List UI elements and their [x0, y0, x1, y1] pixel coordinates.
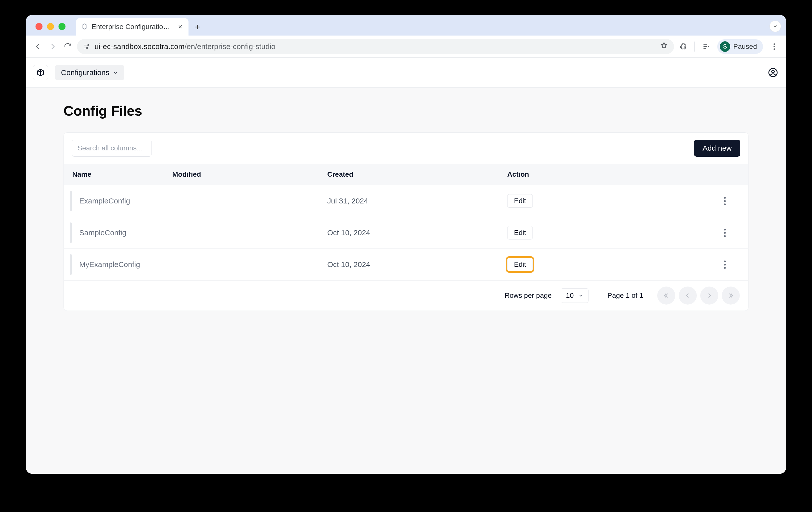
- cell-action: Edit: [507, 194, 710, 208]
- tab-title: Enterprise Configuration Stud…: [91, 23, 174, 31]
- more-vertical-icon: [721, 197, 728, 205]
- page-info: Page 1 of 1: [608, 292, 643, 300]
- row-more-button[interactable]: [710, 261, 740, 269]
- cell-name: MyExampleConfig: [72, 260, 172, 269]
- reload-button[interactable]: [62, 41, 74, 52]
- tabs-overflow-button[interactable]: [770, 21, 781, 32]
- tab-close-button[interactable]: [177, 24, 183, 30]
- profile-status-pill[interactable]: S Paused: [717, 39, 763, 54]
- svg-point-1: [87, 47, 88, 49]
- first-page-button[interactable]: [657, 287, 675, 304]
- next-page-button[interactable]: [700, 287, 718, 304]
- pager: [657, 287, 740, 304]
- app-root: Configurations Config Files Add new Name…: [26, 58, 786, 474]
- url-host: ui-ec-sandbox.socotra.com: [94, 42, 184, 51]
- configurations-menu-label: Configurations: [61, 68, 109, 77]
- tab-strip: Enterprise Configuration Stud…: [26, 15, 786, 35]
- table-header: Name Modified Created Action: [64, 164, 748, 185]
- browser-toolbar: ui-ec-sandbox.socotra.com/en/enterprise-…: [26, 35, 786, 58]
- config-table-card: Add new Name Modified Created Action Exa…: [63, 132, 749, 311]
- cell-action: Edit: [507, 258, 710, 271]
- svg-point-4: [774, 48, 775, 50]
- cell-created: Jul 31, 2024: [327, 197, 507, 205]
- table-row: SampleConfigOct 10, 2024Edit: [64, 217, 748, 249]
- app-logo[interactable]: [33, 65, 48, 80]
- table-footer: Rows per page 10 Page 1 of 1: [64, 280, 748, 311]
- site-settings-icon[interactable]: [83, 43, 90, 50]
- extensions-icon[interactable]: [677, 41, 689, 52]
- address-bar[interactable]: ui-ec-sandbox.socotra.com/en/enterprise-…: [77, 39, 674, 54]
- edit-button[interactable]: Edit: [507, 194, 533, 208]
- last-page-button[interactable]: [722, 287, 740, 304]
- rows-per-page-value: 10: [566, 292, 574, 300]
- user-account-icon[interactable]: [767, 66, 779, 79]
- tab-favicon: [81, 23, 88, 30]
- table-body: ExampleConfigJul 31, 2024EditSampleConfi…: [64, 185, 748, 280]
- add-new-button[interactable]: Add new: [694, 140, 740, 157]
- rows-per-page-select[interactable]: 10: [561, 288, 588, 303]
- row-more-button[interactable]: [710, 229, 740, 237]
- configurations-menu[interactable]: Configurations: [55, 65, 124, 80]
- browser-window: Enterprise Configuration Stud…: [26, 15, 786, 474]
- profile-avatar: S: [720, 41, 730, 52]
- row-indicator: [70, 254, 72, 275]
- cell-name: ExampleConfig: [72, 197, 172, 205]
- table-row: ExampleConfigJul 31, 2024Edit: [64, 185, 748, 217]
- rows-per-page-label: Rows per page: [504, 292, 551, 300]
- app-header: Configurations: [26, 58, 786, 88]
- more-vertical-icon: [721, 229, 728, 237]
- table-row: MyExampleConfigOct 10, 2024Edit: [64, 249, 748, 280]
- cell-created: Oct 10, 2024: [327, 228, 507, 237]
- cell-name: SampleConfig: [72, 228, 172, 237]
- address-url: ui-ec-sandbox.socotra.com/en/enterprise-…: [94, 42, 656, 51]
- window-zoom-button[interactable]: [58, 23, 65, 30]
- edit-button[interactable]: Edit: [507, 226, 533, 240]
- row-indicator: [70, 222, 72, 243]
- col-more: [710, 170, 740, 179]
- browser-menu-button[interactable]: [768, 41, 780, 52]
- row-more-button[interactable]: [710, 197, 740, 205]
- url-path: /en/enterprise-config-studio: [184, 42, 276, 51]
- card-toolbar: Add new: [64, 133, 748, 164]
- cell-created: Oct 10, 2024: [327, 260, 507, 269]
- window-close-button[interactable]: [35, 23, 42, 30]
- back-button[interactable]: [32, 41, 44, 52]
- col-name: Name: [72, 170, 172, 179]
- svg-point-2: [774, 43, 775, 45]
- col-action: Action: [507, 170, 710, 179]
- col-created: Created: [327, 170, 507, 179]
- bookmark-star-icon[interactable]: [660, 42, 668, 51]
- chevron-down-icon: [578, 293, 583, 298]
- svg-point-6: [772, 70, 775, 73]
- chevron-down-icon: [113, 70, 118, 75]
- col-modified: Modified: [172, 170, 327, 179]
- media-control-icon[interactable]: [700, 41, 712, 52]
- window-minimize-button[interactable]: [47, 23, 54, 30]
- new-tab-button[interactable]: [193, 22, 203, 32]
- page: Config Files Add new Name Modified Creat…: [26, 88, 786, 326]
- cell-action: Edit: [507, 226, 710, 240]
- page-title: Config Files: [63, 103, 749, 119]
- prev-page-button[interactable]: [679, 287, 697, 304]
- forward-button[interactable]: [47, 41, 58, 52]
- window-controls: [35, 23, 65, 30]
- browser-tab[interactable]: Enterprise Configuration Stud…: [76, 18, 188, 35]
- row-indicator: [70, 191, 72, 211]
- profile-status-label: Paused: [733, 43, 757, 51]
- more-vertical-icon: [721, 261, 728, 269]
- search-input[interactable]: [72, 140, 152, 157]
- svg-point-3: [774, 46, 775, 47]
- edit-button[interactable]: Edit: [507, 258, 533, 271]
